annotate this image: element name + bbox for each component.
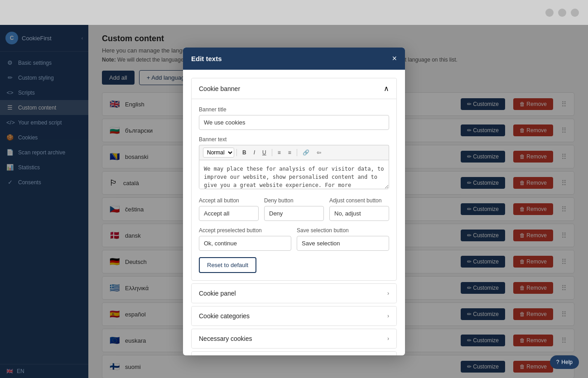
accordion-header-cookie-categories[interactable]: Cookie categories › bbox=[192, 306, 396, 325]
modal-header: Edit texts × bbox=[183, 48, 405, 70]
accordion-performance-cookies: Performance cookies › bbox=[191, 351, 397, 355]
button-labels-row1: Accept all button Deny button Adjust con… bbox=[199, 197, 389, 221]
modal-overlay: Edit texts × Cookie banner ∧ Banner titl… bbox=[0, 25, 588, 378]
help-button[interactable]: ? Help bbox=[550, 355, 579, 369]
rte-rtl-button[interactable]: ⇦ bbox=[313, 148, 324, 157]
accordion-cookie-panel: Cookie panel › bbox=[191, 283, 397, 303]
accept-all-input[interactable] bbox=[199, 206, 259, 221]
save-selection-group: Save selection button bbox=[297, 227, 389, 251]
deny-group: Deny button bbox=[264, 197, 324, 221]
modal-title: Edit texts bbox=[191, 55, 222, 62]
traffic-light-yellow bbox=[558, 9, 566, 17]
rte-separator bbox=[236, 149, 237, 156]
edit-texts-modal: Edit texts × Cookie banner ∧ Banner titl… bbox=[183, 48, 405, 355]
banner-text-label: Banner text bbox=[199, 136, 389, 143]
accordion-list: Cookie panel › Cookie categories › Neces… bbox=[191, 283, 397, 355]
cookie-banner-title: Cookie banner bbox=[199, 85, 240, 92]
banner-title-group: Banner title bbox=[199, 106, 389, 130]
adjust-group: Adjust consent button bbox=[329, 197, 389, 221]
accordion-header-cookie-panel[interactable]: Cookie panel › bbox=[192, 284, 396, 303]
deny-input[interactable] bbox=[264, 206, 324, 221]
cookie-banner-header[interactable]: Cookie banner ∧ bbox=[192, 78, 396, 99]
rte-separator3 bbox=[297, 149, 297, 156]
accept-preselected-group: Accept preselected button bbox=[199, 227, 291, 251]
top-bar bbox=[0, 0, 588, 25]
chevron-right-icon: › bbox=[387, 335, 389, 342]
accept-all-label: Accept all button bbox=[199, 197, 259, 204]
adjust-input[interactable] bbox=[329, 206, 389, 221]
cookie-banner-body: Banner title Banner text Normal B I U bbox=[192, 99, 396, 280]
accordion-title: Necessary cookies bbox=[199, 335, 252, 342]
cookie-banner-section: Cookie banner ∧ Banner title Banner text… bbox=[191, 78, 397, 281]
rte-format-select[interactable]: Normal bbox=[203, 148, 234, 158]
rte-italic-button[interactable]: I bbox=[251, 148, 258, 157]
rte-ordered-list-button[interactable]: ≡ bbox=[275, 148, 284, 157]
banner-text-group: Banner text Normal B I U ≡ ≡ bbox=[199, 136, 389, 191]
rte-underline-button[interactable]: U bbox=[259, 148, 270, 157]
accept-preselected-label: Accept preselected button bbox=[199, 227, 291, 234]
accordion-title: Cookie categories bbox=[199, 312, 250, 320]
rte-link-button[interactable]: 🔗 bbox=[299, 148, 313, 157]
modal-body: Cookie banner ∧ Banner title Banner text… bbox=[183, 70, 405, 355]
accordion-cookie-categories: Cookie categories › bbox=[191, 306, 397, 326]
banner-title-label: Banner title bbox=[199, 106, 389, 113]
rte-toolbar: Normal B I U ≡ ≡ 🔗 ⇦ bbox=[199, 145, 389, 160]
banner-text-textarea[interactable]: We may place these for analysis of our v… bbox=[199, 160, 389, 189]
rte-unordered-list-button[interactable]: ≡ bbox=[285, 148, 294, 157]
modal-close-button[interactable]: × bbox=[392, 54, 397, 63]
accordion-header-necessary-cookies[interactable]: Necessary cookies › bbox=[192, 329, 396, 348]
chevron-right-icon: › bbox=[387, 290, 389, 297]
traffic-light-green bbox=[571, 9, 579, 17]
rte-bold-button[interactable]: B bbox=[239, 148, 250, 157]
accept-preselected-input[interactable] bbox=[199, 236, 291, 251]
accordion-title: Cookie panel bbox=[199, 290, 236, 297]
save-selection-label: Save selection button bbox=[297, 227, 389, 234]
adjust-label: Adjust consent button bbox=[329, 197, 389, 204]
reset-to-default-button[interactable]: Reset to default bbox=[199, 257, 256, 273]
help-label: Help bbox=[561, 359, 573, 365]
rte-separator2 bbox=[272, 149, 272, 156]
button-labels-row2: Accept preselected button Save selection… bbox=[199, 227, 389, 251]
accordion-necessary-cookies: Necessary cookies › bbox=[191, 329, 397, 349]
banner-title-input[interactable] bbox=[199, 115, 389, 130]
chevron-up-icon: ∧ bbox=[384, 84, 389, 93]
traffic-light-red bbox=[545, 9, 554, 17]
help-icon: ? bbox=[556, 359, 559, 365]
accept-all-group: Accept all button bbox=[199, 197, 259, 221]
deny-label: Deny button bbox=[264, 197, 324, 204]
save-selection-input[interactable] bbox=[297, 236, 389, 251]
accordion-header-performance-cookies[interactable]: Performance cookies › bbox=[192, 352, 396, 355]
chevron-right-icon: › bbox=[387, 313, 389, 319]
